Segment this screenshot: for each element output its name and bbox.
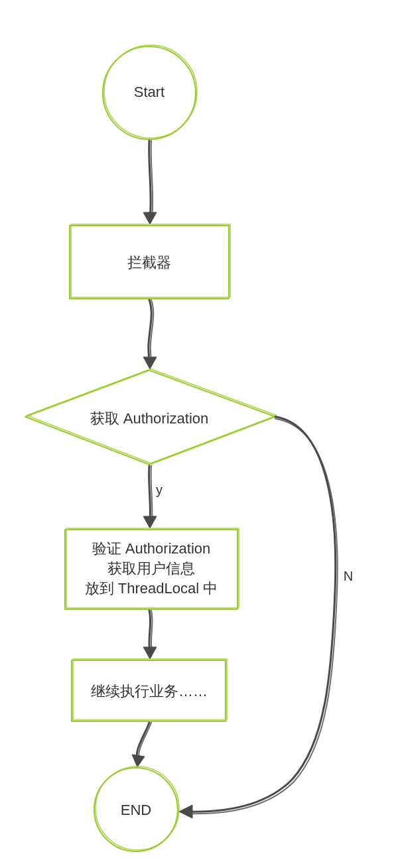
flowchart-canvas: Start 拦截器 获取 Authorization y 验证 Authoriz…: [0, 0, 402, 868]
arrow-interceptor-to-decision: [143, 300, 157, 369]
decision-node: 获取 Authorization: [25, 369, 277, 465]
interceptor-label: 拦截器: [127, 254, 171, 271]
verify-node: 验证 Authorization 获取用户信息 放到 ThreadLocal 中: [65, 528, 239, 609]
edge-no-label: N: [344, 569, 353, 583]
verify-line3: 放到 ThreadLocal 中: [85, 580, 218, 597]
start-label: Start: [134, 84, 165, 100]
arrow-continue-to-end: [132, 723, 151, 767]
svg-marker-5: [143, 357, 157, 369]
interceptor-node: 拦截器: [70, 224, 230, 299]
decision-label: 获取 Authorization: [90, 410, 209, 427]
continue-label: 继续执行业务……: [91, 683, 208, 699]
arrow-decision-to-verify: y: [143, 466, 163, 528]
arrow-verify-to-continue: [143, 611, 157, 659]
arrow-decision-to-end-no: N: [179, 417, 353, 818]
verify-line2: 获取用户信息: [107, 560, 195, 577]
end-node: END: [94, 766, 179, 851]
verify-line1: 验证 Authorization: [92, 540, 211, 557]
end-label: END: [121, 802, 151, 818]
svg-marker-8: [143, 516, 157, 528]
svg-marker-14: [132, 755, 145, 767]
svg-marker-11: [143, 647, 157, 659]
start-node: Start: [103, 45, 197, 139]
svg-marker-2: [143, 212, 157, 224]
continue-node: 继续执行业务……: [72, 659, 227, 721]
svg-marker-17: [179, 805, 192, 818]
edge-yes-label: y: [156, 482, 163, 497]
arrow-start-to-interceptor: [143, 141, 157, 224]
